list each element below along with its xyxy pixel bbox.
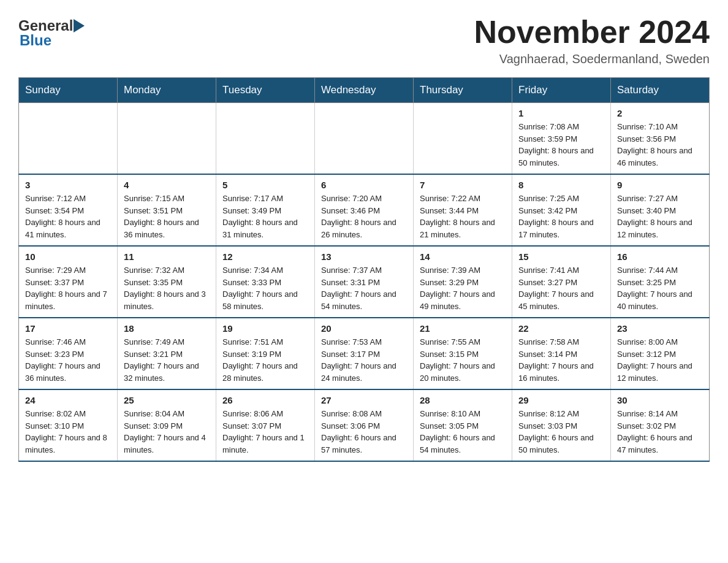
day-number: 28: [420, 395, 506, 405]
week-row-1: 1Sunrise: 7:08 AMSunset: 3:59 PMDaylight…: [19, 103, 710, 175]
day-info: Sunrise: 7:10 AMSunset: 3:56 PMDaylight:…: [617, 121, 703, 169]
calendar-cell: 27Sunrise: 8:08 AMSunset: 3:06 PMDayligh…: [315, 389, 414, 461]
day-number: 13: [321, 251, 407, 262]
day-info: Sunrise: 7:34 AMSunset: 3:33 PMDaylight:…: [222, 264, 308, 312]
svg-marker-0: [74, 19, 85, 33]
day-number: 22: [518, 323, 604, 334]
title-block: November 2024 Vagnhaerad, Soedermanland,…: [474, 15, 710, 66]
day-number: 25: [124, 395, 210, 405]
day-number: 20: [321, 323, 407, 334]
day-info: Sunrise: 7:44 AMSunset: 3:25 PMDaylight:…: [617, 264, 703, 312]
day-number: 3: [25, 180, 111, 190]
calendar-cell: 8Sunrise: 7:25 AMSunset: 3:42 PMDaylight…: [512, 174, 611, 246]
day-info: Sunrise: 8:12 AMSunset: 3:03 PMDaylight:…: [518, 408, 604, 456]
day-info: Sunrise: 7:49 AMSunset: 3:21 PMDaylight:…: [124, 336, 210, 384]
day-number: 30: [617, 395, 703, 405]
day-info: Sunrise: 7:17 AMSunset: 3:49 PMDaylight:…: [222, 193, 308, 240]
location-subtitle: Vagnhaerad, Soedermanland, Sweden: [474, 52, 710, 66]
calendar-cell: 28Sunrise: 8:10 AMSunset: 3:05 PMDayligh…: [414, 389, 512, 461]
day-info: Sunrise: 7:20 AMSunset: 3:46 PMDaylight:…: [321, 193, 407, 240]
calendar-cell: 25Sunrise: 8:04 AMSunset: 3:09 PMDayligh…: [118, 389, 216, 461]
calendar-cell: 19Sunrise: 7:51 AMSunset: 3:19 PMDayligh…: [216, 318, 315, 389]
day-info: Sunrise: 7:25 AMSunset: 3:42 PMDaylight:…: [518, 193, 604, 240]
calendar-cell: 9Sunrise: 7:27 AMSunset: 3:40 PMDaylight…: [611, 174, 710, 246]
day-number: 2: [617, 108, 703, 118]
weekday-header-row: SundayMondayTuesdayWednesdayThursdayFrid…: [19, 78, 710, 103]
calendar-cell: [315, 103, 414, 175]
day-info: Sunrise: 7:22 AMSunset: 3:44 PMDaylight:…: [420, 193, 506, 240]
day-info: Sunrise: 7:46 AMSunset: 3:23 PMDaylight:…: [25, 336, 111, 384]
calendar-cell: [216, 103, 315, 175]
day-number: 11: [124, 251, 210, 262]
calendar-cell: 18Sunrise: 7:49 AMSunset: 3:21 PMDayligh…: [118, 318, 216, 389]
calendar-cell: [118, 103, 216, 175]
day-number: 15: [518, 251, 604, 262]
calendar-cell: 30Sunrise: 8:14 AMSunset: 3:02 PMDayligh…: [611, 389, 710, 461]
day-info: Sunrise: 8:14 AMSunset: 3:02 PMDaylight:…: [617, 408, 703, 456]
day-info: Sunrise: 8:08 AMSunset: 3:06 PMDaylight:…: [321, 408, 407, 456]
weekday-header-monday: Monday: [118, 78, 216, 103]
calendar-cell: 4Sunrise: 7:15 AMSunset: 3:51 PMDaylight…: [118, 174, 216, 246]
day-number: 27: [321, 395, 407, 405]
day-number: 8: [518, 180, 604, 190]
calendar-cell: 13Sunrise: 7:37 AMSunset: 3:31 PMDayligh…: [315, 246, 414, 318]
day-info: Sunrise: 7:27 AMSunset: 3:40 PMDaylight:…: [617, 193, 703, 240]
calendar-cell: 23Sunrise: 8:00 AMSunset: 3:12 PMDayligh…: [611, 318, 710, 389]
weekday-header-friday: Friday: [512, 78, 611, 103]
calendar-cell: 14Sunrise: 7:39 AMSunset: 3:29 PMDayligh…: [414, 246, 512, 318]
calendar-cell: 10Sunrise: 7:29 AMSunset: 3:37 PMDayligh…: [19, 246, 118, 318]
calendar-cell: 24Sunrise: 8:02 AMSunset: 3:10 PMDayligh…: [19, 389, 118, 461]
day-number: 12: [222, 251, 308, 262]
calendar-cell: 22Sunrise: 7:58 AMSunset: 3:14 PMDayligh…: [512, 318, 611, 389]
weekday-header-thursday: Thursday: [414, 78, 512, 103]
day-info: Sunrise: 7:15 AMSunset: 3:51 PMDaylight:…: [124, 193, 210, 240]
day-number: 7: [420, 180, 506, 190]
day-info: Sunrise: 7:08 AMSunset: 3:59 PMDaylight:…: [518, 121, 604, 169]
day-info: Sunrise: 7:55 AMSunset: 3:15 PMDaylight:…: [420, 336, 506, 384]
day-info: Sunrise: 8:04 AMSunset: 3:09 PMDaylight:…: [124, 408, 210, 456]
calendar-cell: 16Sunrise: 7:44 AMSunset: 3:25 PMDayligh…: [611, 246, 710, 318]
calendar-cell: 12Sunrise: 7:34 AMSunset: 3:33 PMDayligh…: [216, 246, 315, 318]
day-info: Sunrise: 7:29 AMSunset: 3:37 PMDaylight:…: [25, 264, 111, 312]
calendar-cell: 1Sunrise: 7:08 AMSunset: 3:59 PMDaylight…: [512, 103, 611, 175]
month-title: November 2024: [474, 15, 710, 50]
calendar-header: SundayMondayTuesdayWednesdayThursdayFrid…: [19, 78, 710, 103]
calendar-cell: 29Sunrise: 8:12 AMSunset: 3:03 PMDayligh…: [512, 389, 611, 461]
week-row-2: 3Sunrise: 7:12 AMSunset: 3:54 PMDaylight…: [19, 174, 710, 246]
day-info: Sunrise: 7:12 AMSunset: 3:54 PMDaylight:…: [25, 193, 111, 240]
calendar-cell: 6Sunrise: 7:20 AMSunset: 3:46 PMDaylight…: [315, 174, 414, 246]
calendar-cell: 7Sunrise: 7:22 AMSunset: 3:44 PMDaylight…: [414, 174, 512, 246]
weekday-header-sunday: Sunday: [19, 78, 118, 103]
day-number: 21: [420, 323, 506, 334]
week-row-4: 17Sunrise: 7:46 AMSunset: 3:23 PMDayligh…: [19, 318, 710, 389]
day-number: 1: [518, 108, 604, 118]
logo: General Blue: [18, 15, 91, 49]
weekday-header-tuesday: Tuesday: [216, 78, 315, 103]
calendar-cell: 2Sunrise: 7:10 AMSunset: 3:56 PMDaylight…: [611, 103, 710, 175]
logo-blue-text: Blue: [18, 32, 51, 49]
day-info: Sunrise: 8:10 AMSunset: 3:05 PMDaylight:…: [420, 408, 506, 456]
day-info: Sunrise: 8:00 AMSunset: 3:12 PMDaylight:…: [617, 336, 703, 384]
day-number: 26: [222, 395, 308, 405]
day-number: 17: [25, 323, 111, 334]
day-info: Sunrise: 7:41 AMSunset: 3:27 PMDaylight:…: [518, 264, 604, 312]
calendar-cell: 21Sunrise: 7:55 AMSunset: 3:15 PMDayligh…: [414, 318, 512, 389]
day-number: 14: [420, 251, 506, 262]
day-number: 6: [321, 180, 407, 190]
day-number: 5: [222, 180, 308, 190]
day-info: Sunrise: 7:32 AMSunset: 3:35 PMDaylight:…: [124, 264, 210, 312]
day-info: Sunrise: 7:37 AMSunset: 3:31 PMDaylight:…: [321, 264, 407, 312]
day-number: 9: [617, 180, 703, 190]
calendar-cell: 17Sunrise: 7:46 AMSunset: 3:23 PMDayligh…: [19, 318, 118, 389]
day-info: Sunrise: 7:58 AMSunset: 3:14 PMDaylight:…: [518, 336, 604, 384]
day-info: Sunrise: 7:39 AMSunset: 3:29 PMDaylight:…: [420, 264, 506, 312]
calendar-cell: 3Sunrise: 7:12 AMSunset: 3:54 PMDaylight…: [19, 174, 118, 246]
page-header: General Blue November 2024 Vagnhaerad, S…: [18, 15, 710, 66]
day-number: 18: [124, 323, 210, 334]
weekday-header-wednesday: Wednesday: [315, 78, 414, 103]
day-number: 4: [124, 180, 210, 190]
day-number: 16: [617, 251, 703, 262]
day-number: 19: [222, 323, 308, 334]
day-number: 24: [25, 395, 111, 405]
calendar-cell: [19, 103, 118, 175]
